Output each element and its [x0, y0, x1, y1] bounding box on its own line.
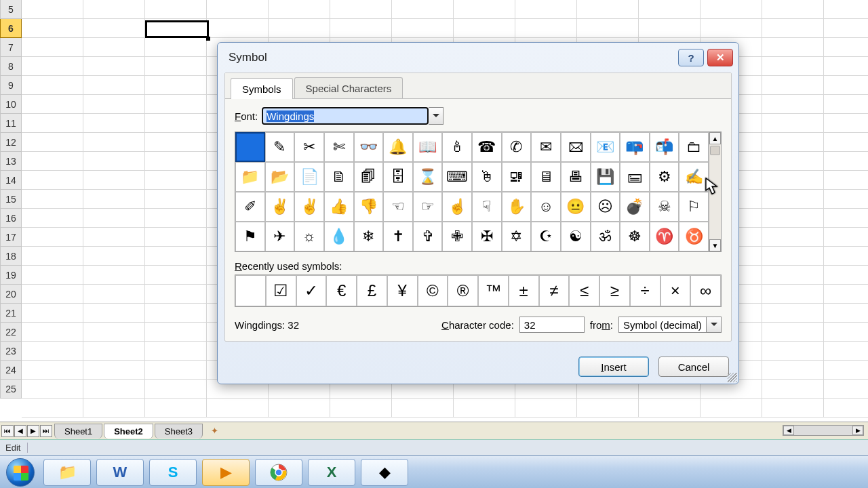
symbol-cell[interactable]: 📄 — [294, 162, 324, 192]
symbol-cell[interactable]: ♈ — [650, 222, 679, 251]
symbol-cell[interactable] — [235, 132, 265, 162]
symbol-cell[interactable]: ❄ — [354, 222, 384, 251]
horizontal-scrollbar[interactable]: ◀ ▶ — [783, 425, 864, 436]
symbol-cell[interactable]: ☠ — [650, 192, 679, 222]
recent-symbol-cell[interactable] — [235, 275, 266, 306]
new-sheet-button[interactable]: ✦ — [207, 425, 222, 437]
symbol-cell[interactable]: ✌ — [294, 192, 324, 222]
symbol-cell[interactable]: ✆ — [502, 132, 532, 162]
sheet-nav-prev[interactable]: ◀ — [14, 425, 26, 437]
row-header[interactable]: 24 — [0, 361, 22, 380]
row-header[interactable]: 16 — [0, 209, 22, 228]
recent-symbol-cell[interactable]: £ — [357, 275, 387, 306]
tab-symbols[interactable]: Symbols — [231, 78, 293, 99]
row-header[interactable]: 22 — [0, 323, 22, 342]
symbol-cell[interactable]: ☼ — [294, 222, 324, 251]
symbol-cell[interactable]: ☞ — [413, 192, 443, 222]
row-header[interactable]: 13 — [0, 152, 22, 171]
symbol-cell[interactable]: ⌛ — [413, 162, 443, 192]
symbol-cell[interactable]: ✎ — [265, 132, 295, 162]
symbol-scrollbar[interactable]: ▲ ▼ — [709, 132, 721, 251]
sheet-tab[interactable]: Sheet2 — [104, 424, 153, 439]
row-header[interactable]: 8 — [0, 57, 22, 76]
from-dropdown-button[interactable] — [707, 317, 722, 333]
symbol-cell[interactable]: 🗀 — [679, 132, 709, 162]
recent-symbol-cell[interactable]: © — [418, 275, 448, 306]
symbol-cell[interactable]: 🖴 — [620, 162, 650, 192]
symbol-cell[interactable]: 🖂 — [561, 132, 591, 162]
symbol-cell[interactable]: ⌨ — [442, 162, 472, 192]
sheet-tab[interactable]: Sheet3 — [155, 424, 203, 439]
recent-symbol-cell[interactable]: ≥ — [599, 275, 630, 306]
symbol-cell[interactable]: ✄ — [324, 132, 354, 162]
row-header[interactable]: 10 — [0, 95, 22, 114]
taskbar-media[interactable]: ▶ — [202, 459, 250, 486]
symbol-cell[interactable]: ☯ — [561, 222, 591, 251]
symbol-cell[interactable]: 👍 — [324, 192, 354, 222]
symbol-cell[interactable]: ✂ — [294, 132, 324, 162]
row-header[interactable]: 7 — [0, 38, 22, 57]
symbol-cell[interactable]: ☎ — [472, 132, 502, 162]
dialog-titlebar[interactable]: Symbol ? ✕ — [218, 43, 738, 73]
symbol-cell[interactable]: ☜ — [383, 192, 413, 222]
row-header[interactable]: 6 — [0, 19, 22, 38]
start-button[interactable] — [0, 456, 41, 489]
symbol-cell[interactable]: 📪 — [620, 132, 650, 162]
symbol-cell[interactable]: 📧 — [591, 132, 620, 162]
row-header[interactable]: 12 — [0, 133, 22, 152]
symbol-cell[interactable]: ✋ — [502, 192, 532, 222]
recent-symbol-cell[interactable]: ≠ — [539, 275, 570, 306]
symbol-cell[interactable]: ☪ — [531, 222, 561, 251]
font-combo[interactable] — [262, 107, 443, 125]
from-input[interactable] — [618, 317, 707, 333]
symbol-cell[interactable]: ☹ — [591, 192, 620, 222]
symbol-cell[interactable]: ☸ — [620, 222, 650, 251]
taskbar-other[interactable]: ◆ — [361, 459, 408, 486]
recent-symbol-cell[interactable]: ¥ — [387, 275, 418, 306]
symbol-cell[interactable]: ⚙ — [650, 162, 679, 192]
taskbar-skype[interactable]: S — [149, 459, 197, 486]
symbol-cell[interactable]: 🖰 — [472, 162, 502, 192]
row-header[interactable]: 25 — [0, 380, 22, 399]
symbol-cell[interactable]: ✙ — [442, 222, 472, 251]
row-header[interactable]: 21 — [0, 304, 22, 323]
hscroll-left[interactable]: ◀ — [783, 426, 794, 435]
symbol-cell[interactable]: 👎 — [354, 192, 384, 222]
selected-cell[interactable] — [145, 20, 209, 38]
symbol-cell[interactable]: 📂 — [265, 162, 295, 192]
symbol-cell[interactable]: 👓 — [354, 132, 384, 162]
symbol-cell[interactable]: ✈ — [265, 222, 295, 251]
font-dropdown-button[interactable] — [429, 107, 443, 125]
char-code-input[interactable] — [519, 317, 585, 333]
help-button[interactable]: ? — [678, 49, 704, 66]
recent-symbol-cell[interactable]: ± — [509, 275, 539, 306]
tab-special-characters[interactable]: Special Characters — [294, 77, 403, 98]
row-header[interactable]: 9 — [0, 76, 22, 95]
hscroll-right[interactable]: ▶ — [852, 426, 863, 435]
taskbar-excel[interactable]: X — [308, 459, 355, 486]
symbol-cell[interactable]: 💾 — [591, 162, 620, 192]
insert-button[interactable]: Insert — [578, 357, 649, 377]
symbol-cell[interactable]: 🖶 — [561, 162, 591, 192]
row-header[interactable]: 11 — [0, 114, 22, 133]
row-header[interactable]: 23 — [0, 342, 22, 361]
row-header[interactable]: 15 — [0, 190, 22, 209]
symbol-cell[interactable]: ✠ — [472, 222, 502, 251]
row-header[interactable]: 18 — [0, 247, 22, 266]
symbol-cell[interactable]: 🗐 — [354, 162, 384, 192]
symbol-cell[interactable]: ♉ — [679, 222, 709, 251]
symbol-cell[interactable]: 🗎 — [324, 162, 354, 192]
recent-symbol-cell[interactable]: ☑ — [266, 275, 296, 306]
symbol-cell[interactable]: 📬 — [650, 132, 679, 162]
symbol-cell[interactable]: ☟ — [472, 192, 502, 222]
symbol-cell[interactable]: ✌ — [265, 192, 295, 222]
row-header[interactable]: 17 — [0, 228, 22, 247]
scroll-up-button[interactable]: ▲ — [709, 132, 721, 144]
symbol-cell[interactable]: 😐 — [561, 192, 591, 222]
symbol-cell[interactable]: ✡ — [502, 222, 532, 251]
sheet-nav-first[interactable]: ⏮ — [1, 425, 14, 437]
recent-symbol-cell[interactable]: ✓ — [296, 275, 327, 306]
symbol-cell[interactable]: ॐ — [591, 222, 620, 251]
symbol-cell[interactable]: ✝ — [383, 222, 413, 251]
symbol-cell[interactable]: ⚑ — [235, 222, 265, 251]
